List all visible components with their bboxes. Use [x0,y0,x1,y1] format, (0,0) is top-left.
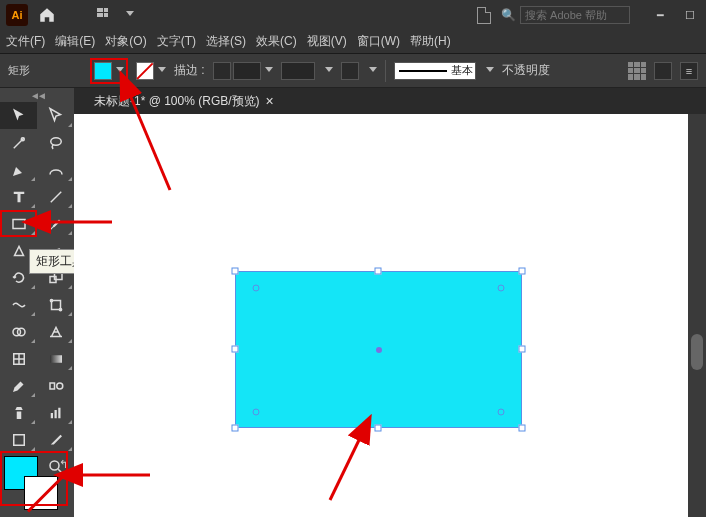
scrollbar-thumb[interactable] [691,334,703,370]
annotation-fill-highlight [90,58,128,84]
canvas-area[interactable] [74,114,688,517]
artboard[interactable] [74,114,688,517]
width-tool[interactable] [0,291,37,318]
corner-radius-handle[interactable] [252,408,259,415]
slice-tool[interactable] [37,426,74,453]
menu-object[interactable]: 对象(O) [105,33,146,50]
svg-rect-13 [50,383,55,389]
svg-rect-19 [13,434,24,445]
column-graph-tool[interactable] [37,399,74,426]
svg-rect-18 [58,407,60,418]
minimize-button[interactable]: ━ [650,8,670,22]
align-panel-icon[interactable] [628,62,646,80]
search-icon: 🔍 [501,8,516,22]
corner-radius-handle[interactable] [252,284,259,291]
svg-rect-6 [51,300,60,309]
rectangle-tool[interactable] [0,210,37,237]
vertical-scrollbar[interactable] [688,114,706,517]
close-icon[interactable]: × [266,93,274,109]
selection-handle[interactable] [519,346,526,353]
menu-type[interactable]: 文字(T) [157,33,196,50]
chevron-down-icon[interactable] [486,67,494,75]
chevron-down-icon[interactable] [116,67,124,75]
blend-tool[interactable] [37,372,74,399]
svg-rect-16 [50,413,52,418]
variable-width-profile[interactable] [281,62,315,80]
swap-fill-stroke-icon[interactable]: ↰ [59,458,68,471]
menu-view[interactable]: 视图(V) [307,33,347,50]
document-tabs: 未标题-1* @ 100% (RGB/预览) × [74,88,706,114]
svg-point-14 [56,383,62,389]
maximize-button[interactable]: ☐ [680,8,700,22]
menu-help[interactable]: 帮助(H) [410,33,451,50]
fill-swatch[interactable] [94,62,112,80]
type-tool[interactable] [0,183,37,210]
corner-radius-handle[interactable] [498,408,505,415]
app-badge: Ai [6,4,28,26]
tab-title: 未标题-1* @ 100% (RGB/预览) [94,93,260,110]
stroke-color-box[interactable] [24,476,58,510]
shape-builder-tool[interactable] [0,318,37,345]
menu-effect[interactable]: 效果(C) [256,33,297,50]
line-segment-tool[interactable] [37,183,74,210]
gradient-tool[interactable] [37,345,74,372]
tool-panel: ◄◄ ↰ [0,88,74,517]
chevron-down-icon[interactable] [325,67,333,75]
brush-definition[interactable] [341,62,359,80]
layout-switcher[interactable] [96,6,114,24]
menu-window[interactable]: 窗口(W) [357,33,400,50]
mesh-tool[interactable] [0,345,37,372]
menu-select[interactable]: 选择(S) [206,33,246,50]
chevron-down-icon[interactable] [158,67,166,75]
svg-point-8 [59,308,61,310]
selection-handle[interactable] [375,268,382,275]
free-transform-tool[interactable] [37,291,74,318]
direct-selection-tool[interactable] [37,102,74,129]
selection-handle[interactable] [519,268,526,275]
collapse-handle[interactable]: ◄◄ [0,88,74,102]
corner-radius-handle[interactable] [498,284,505,291]
chevron-down-icon[interactable] [369,67,377,75]
chevron-down-icon[interactable] [265,67,273,75]
svg-point-7 [50,299,52,301]
drawn-rectangle[interactable] [235,271,522,428]
document-icon[interactable] [477,7,491,24]
svg-rect-2 [13,219,25,228]
menubar: 文件(F) 编辑(E) 对象(O) 文字(T) 选择(S) 效果(C) 视图(V… [0,30,706,54]
svg-rect-17 [54,410,56,418]
menu-file[interactable]: 文件(F) [6,33,45,50]
chevron-down-icon[interactable] [126,11,134,19]
tab-document-1[interactable]: 未标题-1* @ 100% (RGB/预览) × [84,88,284,114]
selection-handle[interactable] [232,425,239,432]
selection-handle[interactable] [519,425,526,432]
home-icon[interactable] [38,6,56,24]
magic-wand-tool[interactable] [0,129,37,156]
search-box[interactable]: 🔍 [501,6,630,24]
svg-rect-12 [50,355,62,363]
pen-tool[interactable] [0,156,37,183]
panel-toggle-icon[interactable] [654,62,672,80]
paintbrush-tool[interactable] [37,210,74,237]
lasso-tool[interactable] [37,129,74,156]
artboard-tool[interactable] [0,426,37,453]
stroke-label: 描边 : [174,62,205,79]
divider [385,60,386,82]
menu-edit[interactable]: 编辑(E) [55,33,95,50]
selection-handle[interactable] [232,346,239,353]
stroke-style-picker[interactable]: 基本 [394,62,476,80]
selection-tool[interactable] [0,102,37,129]
eyedropper-tool[interactable] [0,372,37,399]
symbol-sprayer-tool[interactable] [0,399,37,426]
stroke-swatch[interactable] [136,62,154,80]
selection-handle[interactable] [232,268,239,275]
selection-handle[interactable] [375,425,382,432]
curvature-tool[interactable] [37,156,74,183]
svg-point-1 [50,137,61,145]
control-bar: 矩形 描边 : 基本 不透明度 ≡ [0,54,706,88]
search-input[interactable] [520,6,630,24]
stroke-weight-down[interactable] [213,62,231,80]
perspective-grid-tool[interactable] [37,318,74,345]
more-options-icon[interactable]: ≡ [680,62,698,80]
fill-stroke-controls[interactable]: ↰ [4,456,62,502]
stroke-weight-field[interactable] [233,62,261,80]
